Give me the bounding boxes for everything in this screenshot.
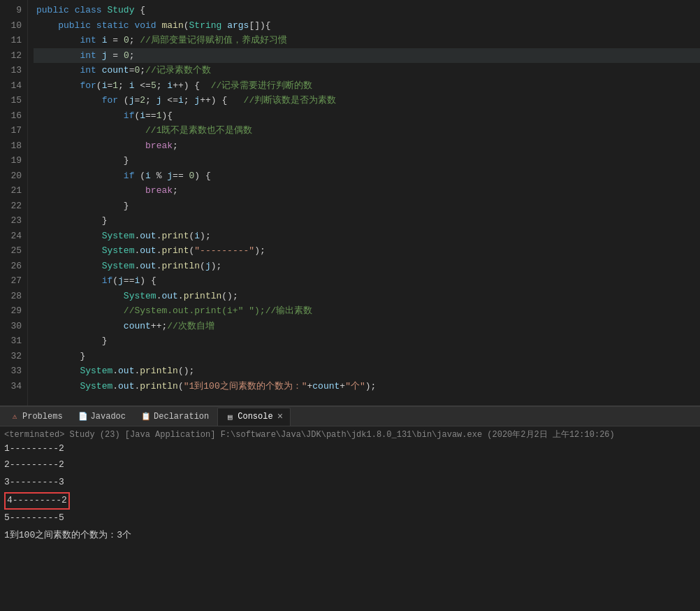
editor-area: 9101112131415161718192021222324252627282… <box>0 0 700 405</box>
javadoc-tab-icon: 📄 <box>78 412 88 422</box>
code-line: System.out.print("---------"); <box>34 243 700 259</box>
line-number: 10 <box>3 18 22 34</box>
code-line: break; <box>34 138 700 154</box>
code-line: break; <box>34 183 700 199</box>
tab-javadoc[interactable]: 📄Javadoc <box>71 408 133 426</box>
line-number: 23 <box>3 213 22 229</box>
code-line: count++;//次数自增 <box>34 319 700 334</box>
line-number: 26 <box>3 259 22 274</box>
console-output-line: 3---------3 <box>0 475 700 491</box>
problems-tab-label: Problems <box>22 412 63 422</box>
code-line: } <box>34 153 700 168</box>
code-line: public class Study { <box>34 3 700 18</box>
declaration-tab-icon: 📋 <box>141 412 151 422</box>
console-tab-close[interactable]: × <box>277 412 283 422</box>
console-output-line: 1---------2 <box>0 441 700 457</box>
code-line: if(j==i) { <box>34 273 700 289</box>
line-number: 29 <box>3 303 22 319</box>
console-output-line: 2---------2 <box>0 457 700 473</box>
line-number: 34 <box>3 379 22 394</box>
line-number: 12 <box>3 48 22 64</box>
console-highlighted-value: 4---------2 <box>4 492 70 510</box>
line-number: 11 <box>3 33 22 48</box>
code-line: for (j=2; j <=i; j++) { //判断该数是否为素数 <box>34 93 700 108</box>
line-number: 22 <box>3 199 22 214</box>
line-number: 31 <box>3 333 22 349</box>
declaration-tab-label: Declaration <box>154 412 209 422</box>
console-output-line: 5---------5 <box>0 510 700 526</box>
line-number: 27 <box>3 273 22 289</box>
line-number: 25 <box>3 243 22 259</box>
problems-tab-icon: ⚠ <box>10 412 20 422</box>
code-line: for(i=1; i <=5; i++) { //记录需要进行判断的数 <box>34 78 700 94</box>
javadoc-tab-label: Javadoc <box>91 412 126 422</box>
code-line: } <box>34 333 700 349</box>
code-line: } <box>34 349 700 364</box>
code-line: int i = 0; //局部变量记得赋初值，养成好习惯 <box>34 33 700 48</box>
bottom-panel: ⚠Problems📄Javadoc📋Declaration▤Console× <… <box>0 405 700 611</box>
console-output-line: 1到100之间素数的个数为：3个 <box>0 528 700 544</box>
line-numbers: 9101112131415161718192021222324252627282… <box>0 0 28 405</box>
console-tab-label: Console <box>238 412 272 422</box>
tab-problems[interactable]: ⚠Problems <box>3 408 70 426</box>
code-line: System.out.println(); <box>34 364 700 379</box>
console-tab-icon: ▤ <box>225 412 235 422</box>
code-line: System.out.println(j); <box>34 259 700 274</box>
line-number: 19 <box>3 153 22 168</box>
code-line: //1既不是素数也不是偶数 <box>34 123 700 138</box>
line-number: 16 <box>3 108 22 124</box>
tab-console[interactable]: ▤Console× <box>217 408 291 426</box>
line-number: 17 <box>3 123 22 138</box>
code-line: public static void main(String args[]){ <box>34 18 700 34</box>
line-number: 32 <box>3 349 22 364</box>
code-line: int j = 0; <box>34 48 700 64</box>
code-line: System.out.println("1到100之间素数的个数为："+coun… <box>34 379 700 394</box>
line-number: 13 <box>3 63 22 78</box>
code-line: if (i % j== 0) { <box>34 168 700 184</box>
line-number: 24 <box>3 229 22 244</box>
code-line: if(i==1){ <box>34 108 700 124</box>
console-area[interactable]: <terminated> Study (23) [Java Applicatio… <box>0 426 700 611</box>
tab-bar: ⚠Problems📄Javadoc📋Declaration▤Console× <box>0 407 700 426</box>
code-line: } <box>34 213 700 229</box>
console-terminated-line: <terminated> Study (23) [Java Applicatio… <box>0 428 700 441</box>
console-output-line: 4---------2 <box>0 491 700 510</box>
line-number: 33 <box>3 364 22 379</box>
line-number: 9 <box>3 3 22 18</box>
line-number: 15 <box>3 93 22 108</box>
code-line: System.out.println(); <box>34 289 700 304</box>
line-number: 18 <box>3 138 22 154</box>
code-content[interactable]: public class Study { public static void … <box>28 0 700 405</box>
line-number: 21 <box>3 183 22 199</box>
line-number: 28 <box>3 289 22 304</box>
code-line: //System.out.print(i+" ");//输出素数 <box>34 303 700 319</box>
code-line: } <box>34 199 700 214</box>
line-number: 20 <box>3 168 22 184</box>
code-line: System.out.print(i); <box>34 229 700 244</box>
tab-declaration[interactable]: 📋Declaration <box>134 408 216 426</box>
line-number: 30 <box>3 319 22 334</box>
line-number: 14 <box>3 78 22 94</box>
code-line: int count=0;//记录素数个数 <box>34 63 700 78</box>
